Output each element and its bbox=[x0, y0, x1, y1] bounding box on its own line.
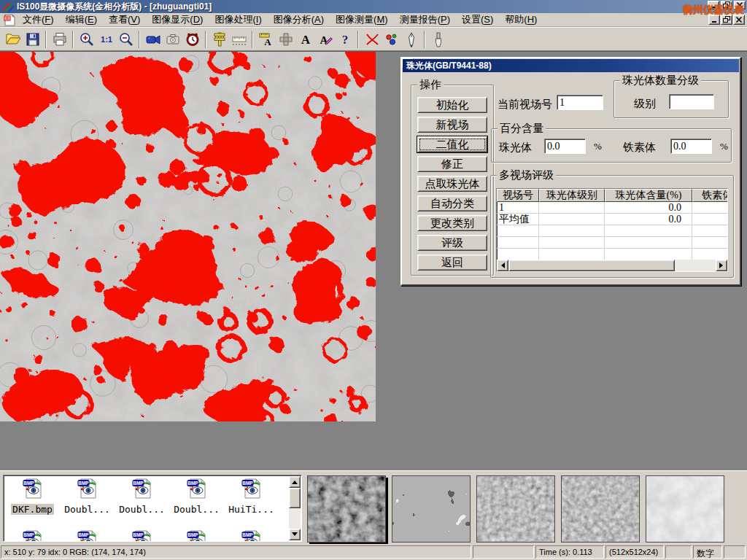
grid-cross-icon[interactable] bbox=[276, 30, 295, 49]
thumbnail-image-1[interactable] bbox=[307, 475, 386, 542]
menu-item-file[interactable]: 文件(F) bbox=[17, 12, 60, 27]
close-button[interactable] bbox=[734, 1, 746, 9]
initialize-button[interactable]: 初始化 bbox=[417, 97, 487, 113]
document-icon[interactable] bbox=[2, 14, 17, 26]
camera-icon[interactable] bbox=[163, 30, 182, 49]
file-item[interactable]: BMP bbox=[169, 529, 224, 542]
table-row[interactable] bbox=[497, 225, 727, 237]
edit-annotation-icon[interactable]: A bbox=[315, 30, 335, 49]
help-icon[interactable]: ? bbox=[335, 30, 355, 49]
scroll-down-button[interactable] bbox=[289, 529, 301, 540]
menu-item-image-analysis[interactable]: 图像分析(A) bbox=[268, 12, 330, 27]
thumbnail-image-5[interactable] bbox=[646, 475, 724, 542]
scrollbar-thumb[interactable] bbox=[508, 260, 675, 271]
bmp-file-icon: BMP bbox=[77, 529, 98, 542]
zoom-in-icon[interactable] bbox=[77, 30, 96, 49]
menu-item-help[interactable]: 帮助(H) bbox=[499, 12, 543, 27]
zoom-out-icon[interactable] bbox=[116, 30, 136, 49]
menu-item-image-process[interactable]: 图像处理(I) bbox=[209, 12, 267, 27]
dialog-title-bar[interactable]: 珠光体(GB/T9441-88) bbox=[403, 59, 739, 72]
curve-tool-icon[interactable] bbox=[362, 30, 382, 49]
grade-input[interactable] bbox=[669, 94, 714, 109]
scroll-right-button[interactable] bbox=[716, 260, 727, 271]
restore-button[interactable] bbox=[721, 1, 732, 9]
caliper-icon[interactable] bbox=[209, 30, 229, 49]
pearlite-dialog: 珠光体(GB/T9441-88) 操作 初始化新视场二值化修正点取珠光体自动分类… bbox=[400, 57, 741, 286]
bmp-file-icon: BMP bbox=[241, 478, 263, 502]
multifield-group-label: 多视场评级 bbox=[497, 169, 556, 182]
return-button[interactable]: 返回 bbox=[417, 254, 487, 271]
brush-tool-icon[interactable] bbox=[428, 30, 448, 49]
thumbnail-image-4[interactable] bbox=[561, 475, 640, 542]
scrollbar-thumb[interactable] bbox=[289, 488, 301, 508]
file-item[interactable]: BMPHuiTi... bbox=[224, 478, 279, 515]
measure-text-icon[interactable]: A bbox=[256, 30, 276, 49]
open-icon[interactable] bbox=[3, 30, 23, 49]
new-field-button[interactable]: 新视场 bbox=[417, 117, 487, 133]
svg-text:BMP: BMP bbox=[187, 532, 198, 537]
ferrite-percent-input[interactable]: 0.0 bbox=[670, 139, 712, 154]
actual-size-icon[interactable]: 1:1 bbox=[96, 30, 116, 49]
phase-particles-icon[interactable] bbox=[382, 30, 401, 49]
column-header[interactable]: 珠光体级别 bbox=[539, 189, 605, 202]
window-controls bbox=[708, 1, 746, 9]
ruler-icon[interactable] bbox=[229, 30, 249, 49]
thumbnail-image-3[interactable] bbox=[476, 475, 555, 542]
menu-item-edit[interactable]: 编辑(E) bbox=[60, 12, 103, 27]
correct-button[interactable]: 修正 bbox=[417, 156, 487, 172]
scroll-up-button[interactable] bbox=[289, 476, 301, 488]
auto-classify-button[interactable]: 自动分类 bbox=[417, 195, 487, 211]
menu-item-measure-report[interactable]: 测量报告(P) bbox=[394, 12, 456, 27]
column-header[interactable]: 珠光体含量(%) bbox=[605, 189, 692, 202]
close-button[interactable] bbox=[733, 15, 745, 25]
file-item[interactable]: BMPDoubl... bbox=[169, 478, 224, 515]
file-item[interactable]: BMPDoubl... bbox=[115, 478, 169, 515]
column-header[interactable]: 视场号 bbox=[497, 189, 539, 202]
menu-item-image-measure[interactable]: 图像测量(M) bbox=[330, 12, 394, 27]
change-class-button[interactable]: 更改类别 bbox=[417, 215, 487, 231]
minimize-button[interactable] bbox=[708, 1, 719, 9]
toolbar-separator bbox=[424, 31, 425, 48]
text-annotation-icon[interactable]: A bbox=[295, 30, 315, 49]
bmp-file-icon: BMP bbox=[22, 478, 44, 502]
file-browser-panel: BMPDKF.bmpBMPDoubl...BMPDoubl...BMPDoubl… bbox=[0, 470, 747, 544]
table-row[interactable]: 10.0 bbox=[497, 202, 727, 214]
video-camera-icon[interactable] bbox=[143, 30, 163, 49]
restore-button[interactable] bbox=[721, 15, 732, 25]
pearlite-percent-input[interactable]: 0.0 bbox=[544, 139, 586, 154]
file-list-scrollbar[interactable] bbox=[289, 476, 301, 540]
minimize-button[interactable] bbox=[708, 15, 720, 25]
table-row[interactable] bbox=[497, 249, 727, 260]
grade-button[interactable]: 评级 bbox=[417, 235, 487, 251]
pen-tool-icon[interactable] bbox=[401, 30, 421, 49]
file-item[interactable]: BMPDKF.bmp bbox=[5, 478, 60, 515]
file-item[interactable]: BMP bbox=[60, 529, 115, 542]
svg-text:BMP: BMP bbox=[78, 481, 89, 486]
save-icon[interactable] bbox=[23, 30, 42, 49]
multifield-table[interactable]: 视场号珠光体级别珠光体含量(%)铁素体含量(%) 10.0平均值0.0 bbox=[496, 188, 728, 272]
svg-text:BMP: BMP bbox=[133, 481, 144, 486]
menu-item-view[interactable]: 查看(V) bbox=[103, 12, 146, 27]
file-item[interactable]: BMP bbox=[224, 529, 279, 542]
binarize-button[interactable]: 二值化 bbox=[417, 136, 487, 152]
micrograph-image[interactable] bbox=[0, 52, 376, 421]
file-item[interactable]: BMP bbox=[5, 529, 60, 542]
pick-pearlite-button[interactable]: 点取珠光体 bbox=[417, 176, 487, 192]
menu-item-image-display[interactable]: 图像显示(D) bbox=[146, 12, 209, 27]
table-row[interactable]: 平均值0.0 bbox=[497, 214, 727, 225]
menu-item-settings[interactable]: 设置(S) bbox=[456, 12, 499, 27]
print-icon[interactable] bbox=[50, 30, 69, 49]
file-list[interactable]: BMPDKF.bmpBMPDoubl...BMPDoubl...BMPDoubl… bbox=[3, 475, 302, 542]
table-row[interactable] bbox=[497, 237, 727, 249]
thumbnail-image-2[interactable] bbox=[392, 475, 471, 542]
svg-text:BMP: BMP bbox=[242, 481, 253, 486]
file-item[interactable]: BMP bbox=[115, 529, 169, 542]
timer-clock-icon[interactable] bbox=[182, 30, 202, 49]
current-field-input[interactable]: 1 bbox=[557, 95, 603, 110]
table-cell bbox=[692, 249, 728, 260]
scroll-left-button[interactable] bbox=[497, 260, 508, 271]
file-item[interactable]: BMPDoubl... bbox=[60, 478, 115, 515]
table-cell bbox=[539, 237, 605, 248]
column-header[interactable]: 铁素体含量(%) bbox=[692, 189, 728, 202]
table-horizontal-scrollbar[interactable] bbox=[497, 260, 727, 271]
